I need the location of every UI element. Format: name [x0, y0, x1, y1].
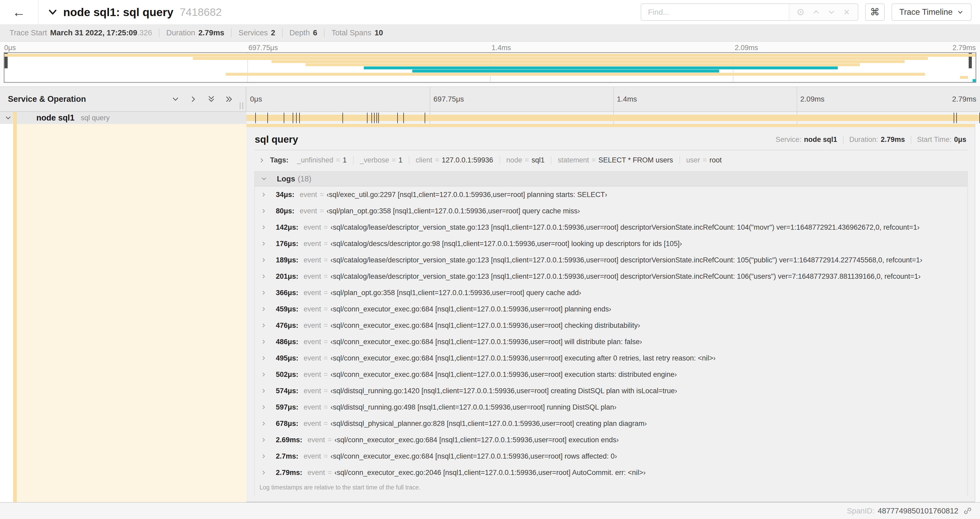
log-field-key: event	[304, 338, 321, 346]
span-duration-bar[interactable]	[246, 115, 980, 121]
timeline-tick: 2.09ms	[800, 95, 824, 103]
logs-section: Logs (18) 34μs: event = ‹sql/exec_util.g…	[254, 171, 968, 496]
log-equals: =	[324, 403, 328, 411]
log-row[interactable]: 34μs: event = ‹sql/exec_util.go:2297 [ns…	[255, 187, 967, 203]
log-marker	[425, 113, 425, 123]
span-service-name: node sql1	[37, 113, 75, 123]
timeline-ruler: 0μs 697.75μs 1.4ms 2.09ms 2.79ms	[246, 87, 980, 111]
log-field-value: ‹sql/catalog/descs/descriptor.go:98 [nsq…	[330, 240, 682, 248]
span-id-value: 4877749850101760812	[878, 506, 958, 515]
chevron-down-icon[interactable]	[48, 7, 58, 18]
minimap-span-bar	[364, 67, 838, 69]
chevron-right-icon	[261, 453, 267, 459]
span-tree-offset-column	[0, 124, 246, 502]
log-timestamp: 201μs:	[276, 272, 299, 281]
log-row[interactable]: 459μs: event = ‹sql/conn_executor_exec.g…	[255, 301, 967, 317]
log-row[interactable]: 574μs: event = ‹sql/distsql_running.go:1…	[255, 383, 967, 399]
log-timestamp: 502μs:	[276, 370, 299, 379]
log-row[interactable]: 201μs: event = ‹sql/catalog/lease/descri…	[255, 268, 967, 284]
log-equals: =	[324, 305, 328, 313]
log-equals: =	[328, 469, 332, 477]
collapse-all-icon[interactable]	[207, 95, 216, 104]
back-button[interactable]: ←	[0, 0, 38, 24]
trace-info-bar: Trace StartMarch 31 2022, 17:25:09.326 D…	[0, 24, 980, 42]
deep-link-icon[interactable]	[963, 506, 972, 515]
log-field-value: ‹sql/distsql_physical_planner.go:828 [ns…	[330, 420, 647, 428]
log-equals: =	[324, 420, 328, 428]
log-field-key: event	[304, 321, 321, 330]
column-resizer-grip[interactable]	[240, 102, 243, 109]
span-id-label: SpanID:	[847, 506, 875, 515]
log-row[interactable]: 486μs: event = ‹sql/conn_executor_exec.g…	[255, 334, 967, 350]
log-equals: =	[324, 272, 328, 281]
next-match-icon[interactable]	[828, 8, 835, 16]
minimap-span-bar	[5, 54, 975, 57]
span-color-strip	[246, 124, 975, 127]
log-equals: =	[324, 256, 328, 264]
log-field-key: event	[304, 354, 321, 363]
log-field-value: ‹sql/conn_executor_exec.go:684 [nsql1,cl…	[330, 305, 611, 313]
locate-icon[interactable]	[797, 8, 805, 16]
minimap-tick: 0μs	[4, 44, 16, 52]
tag-item: node=sql1	[500, 156, 551, 164]
collapse-one-icon[interactable]	[171, 95, 180, 104]
timeline-tick: 697.75μs	[433, 95, 464, 103]
log-equals: =	[324, 354, 328, 363]
log-row[interactable]: 142μs: event = ‹sql/catalog/lease/descri…	[255, 219, 967, 235]
span-detail-area: sql query Service:node sql1 Duration:2.7…	[0, 124, 980, 502]
log-row[interactable]: 176μs: event = ‹sql/catalog/descs/descri…	[255, 235, 967, 252]
service-operation-header: Service & Operation	[0, 87, 246, 111]
clear-search-icon[interactable]	[843, 8, 850, 16]
chevron-down-icon[interactable]	[4, 114, 12, 122]
log-row[interactable]: 678μs: event = ‹sql/distsql_physical_pla…	[255, 415, 967, 432]
chevron-right-icon	[261, 469, 267, 476]
log-field-value: ‹sql/plan_opt.go:358 [nsql1,client=127.0…	[330, 289, 581, 297]
log-field-key: event	[308, 436, 325, 444]
prev-match-icon[interactable]	[813, 8, 820, 16]
logs-title: Logs	[277, 174, 295, 183]
log-field-value: ‹sql/plan_opt.go:358 [nsql1,client=127.0…	[326, 207, 580, 215]
find-input[interactable]	[641, 4, 789, 20]
view-selector-label: Trace Timeline	[899, 7, 953, 17]
log-timestamp: 2.69ms:	[276, 436, 302, 444]
log-row[interactable]: 2.7ms: event = ‹sql/conn_executor_exec.g…	[255, 448, 967, 465]
minimap-span-bar	[226, 73, 925, 76]
keyboard-shortcuts-button[interactable]: ⌘	[865, 3, 885, 21]
chevron-right-icon	[261, 192, 267, 198]
minimap-canvas[interactable]	[4, 52, 976, 83]
logs-header[interactable]: Logs (18)	[255, 172, 967, 187]
log-field-key: event	[304, 370, 321, 379]
log-equals: =	[324, 321, 328, 330]
log-row[interactable]: 502μs: event = ‹sql/conn_executor_exec.g…	[255, 366, 967, 383]
chevron-down-icon	[261, 176, 267, 182]
log-equals: =	[320, 207, 324, 215]
log-row[interactable]: 495μs: event = ‹sql/conn_executor_exec.g…	[255, 350, 967, 366]
minimap-span-bar	[305, 63, 860, 66]
log-row[interactable]: 189μs: event = ‹sql/catalog/lease/descri…	[255, 252, 967, 268]
log-equals: =	[324, 338, 328, 346]
span-row[interactable]: node sql1 sql query	[0, 112, 980, 124]
span-row-track[interactable]	[246, 112, 980, 124]
tag-item: _unfinished=1	[291, 156, 353, 164]
log-field-key: event	[300, 207, 317, 215]
chevron-right-icon	[261, 224, 267, 230]
log-field-key: event	[304, 272, 321, 281]
meta-service: Service:node sql1	[770, 136, 843, 144]
expand-all-icon[interactable]	[225, 95, 234, 104]
chevron-right-icon	[261, 420, 267, 427]
log-row[interactable]: 366μs: event = ‹sql/plan_opt.go:358 [nsq…	[255, 284, 967, 301]
view-selector-button[interactable]: Trace Timeline	[891, 3, 972, 21]
expand-one-icon[interactable]	[189, 95, 198, 104]
log-row[interactable]: 476μs: event = ‹sql/conn_executor_exec.g…	[255, 317, 967, 334]
log-row[interactable]: 80μs: event = ‹sql/plan_opt.go:358 [nsql…	[255, 203, 967, 219]
log-field-value: ‹sql/catalog/lease/descriptor_version_st…	[330, 224, 920, 232]
tags-row[interactable]: Tags: _unfinished=1 _verbose=1 client=12…	[254, 150, 968, 169]
log-row[interactable]: 2.69ms: event = ‹sql/conn_executor_exec.…	[255, 432, 967, 448]
span-row-name-column[interactable]: node sql1 sql query	[0, 112, 246, 124]
log-row[interactable]: 597μs: event = ‹sql/distsql_running.go:4…	[255, 399, 967, 415]
trace-minimap: 0μs 697.75μs 1.4ms 2.09ms 2.79ms	[0, 42, 980, 87]
minimap-tick: 2.79ms	[952, 44, 976, 52]
chevron-right-icon	[261, 437, 267, 443]
log-row[interactable]: 2.79ms: event = ‹sql/conn_executor_exec.…	[255, 465, 967, 481]
timeline-header: Service & Operation 0μs 697.75μs 1.4ms 2…	[0, 87, 980, 112]
